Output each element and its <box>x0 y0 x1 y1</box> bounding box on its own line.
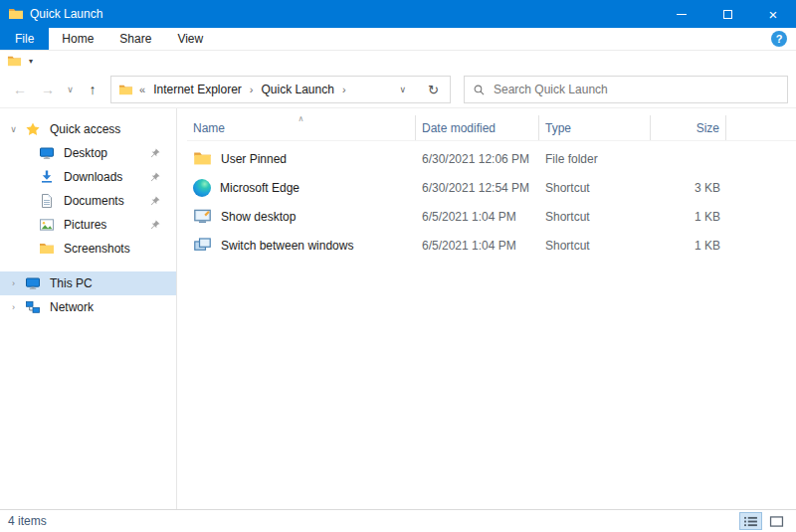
column-label: Date modified <box>422 121 496 135</box>
close-button[interactable]: × <box>750 0 796 28</box>
search-box[interactable] <box>464 76 788 103</box>
file-name: User Pinned <box>221 152 287 166</box>
table-row[interactable]: User Pinned 6/30/2021 12:06 PM File fold… <box>187 144 796 173</box>
status-bar: 4 items <box>0 509 796 532</box>
file-name: Microsoft Edge <box>220 181 299 195</box>
folder-icon[interactable] <box>7 54 22 69</box>
refresh-icon[interactable]: ↻ <box>419 83 448 97</box>
up-button[interactable]: ↑ <box>79 77 106 102</box>
table-row[interactable]: Switch between windows 6/5/2021 1:04 PM … <box>187 231 796 260</box>
column-header-name[interactable]: ∧ Name <box>187 115 416 140</box>
minimize-icon <box>677 14 687 15</box>
tab-home[interactable]: Home <box>49 28 106 50</box>
pin-icon <box>148 219 161 232</box>
sidebar-item-this-pc[interactable]: › This PC <box>0 271 176 295</box>
file-type: Shortcut <box>539 210 651 224</box>
ribbon-tab-bar: File Home Share View ? <box>0 28 796 51</box>
toolbar-dropdown-icon[interactable]: ▾ <box>29 57 33 66</box>
column-header-type[interactable]: Type <box>539 115 651 140</box>
folder-icon <box>118 83 133 97</box>
table-row[interactable]: Show desktop 6/5/2021 1:04 PM Shortcut 1… <box>187 202 796 231</box>
tab-view[interactable]: View <box>164 28 216 50</box>
chevron-down-icon: ∨ <box>67 85 74 94</box>
file-date-modified: 6/5/2021 1:04 PM <box>416 239 539 253</box>
forward-icon: → <box>41 82 55 97</box>
column-label: Size <box>696 121 719 135</box>
search-input[interactable] <box>494 83 779 96</box>
title-bar: Quick Launch × <box>0 0 796 28</box>
file-date-modified: 6/5/2021 1:04 PM <box>416 210 539 224</box>
help-button[interactable]: ? <box>771 31 787 47</box>
chevron-down-icon[interactable]: ∨ <box>8 124 19 134</box>
chevron-right-icon[interactable]: › <box>8 302 19 312</box>
forward-button[interactable]: → <box>34 77 62 102</box>
pin-icon <box>148 195 161 208</box>
breadcrumb-separator-icon[interactable]: › <box>249 84 255 95</box>
column-header-date-modified[interactable]: Date modified <box>416 115 539 140</box>
quick-access-toolbar: ▾ <box>0 51 796 72</box>
view-toggles <box>739 512 788 530</box>
sidebar-item-screenshots[interactable]: Screenshots <box>0 237 176 261</box>
pin-icon <box>148 171 161 184</box>
file-type: File folder <box>539 152 651 166</box>
sidebar-item-label: Pictures <box>64 218 106 232</box>
column-header-size[interactable]: Size <box>651 115 726 140</box>
breadcrumb-segment[interactable]: Quick Launch <box>260 83 336 96</box>
window-body: ∨ Quick access Desktop Downloa <box>0 108 796 509</box>
back-icon: ← <box>13 82 27 97</box>
up-icon: ↑ <box>90 82 97 97</box>
sidebar-item-network[interactable]: › Network <box>0 295 176 319</box>
breadcrumb-segment[interactable]: Internet Explorer <box>151 83 244 96</box>
chevron-right-icon[interactable]: › <box>8 278 19 288</box>
sidebar-item-label: Quick access <box>50 122 120 136</box>
sidebar-item-label: This PC <box>50 276 93 290</box>
sidebar-item-label: Network <box>50 300 94 314</box>
maximize-button[interactable] <box>704 0 750 28</box>
sidebar-item-quick-access[interactable]: ∨ Quick access <box>0 117 176 141</box>
file-rows: User Pinned 6/30/2021 12:06 PM File fold… <box>187 144 796 260</box>
sidebar-item-pictures[interactable]: Pictures <box>0 213 176 237</box>
sort-ascending-icon: ∧ <box>298 114 304 123</box>
breadcrumb-overflow[interactable]: « <box>138 84 146 95</box>
file-type: Shortcut <box>539 239 651 253</box>
pin-icon <box>148 147 161 160</box>
address-dropdown-icon[interactable]: ∨ <box>392 85 415 94</box>
file-type: Shortcut <box>539 181 651 195</box>
sidebar-item-desktop[interactable]: Desktop <box>0 141 176 165</box>
file-name: Switch between windows <box>221 239 353 253</box>
microsoft-edge-icon <box>193 179 211 197</box>
back-button[interactable]: ← <box>6 77 34 102</box>
column-label: Name <box>193 121 225 135</box>
tab-label: File <box>15 32 34 46</box>
documents-icon <box>39 193 55 209</box>
pictures-icon <box>39 217 55 233</box>
tab-file[interactable]: File <box>0 28 49 50</box>
sidebar-item-label: Desktop <box>64 146 107 160</box>
sidebar-item-downloads[interactable]: Downloads <box>0 165 176 189</box>
folder-icon <box>193 149 212 168</box>
breadcrumb-separator-icon[interactable]: › <box>341 84 347 95</box>
address-bar[interactable]: « Internet Explorer › Quick Launch › ∨ ↻ <box>110 76 451 103</box>
thumbnails-view-button[interactable] <box>765 512 788 530</box>
recent-locations-button[interactable]: ∨ <box>62 77 79 102</box>
file-name: Show desktop <box>221 210 296 224</box>
thumbnails-view-icon <box>769 516 784 527</box>
tab-label: View <box>177 32 203 46</box>
file-size: 1 KB <box>651 210 726 224</box>
sidebar-item-documents[interactable]: Documents <box>0 189 176 213</box>
close-icon: × <box>769 7 778 22</box>
maximize-icon <box>723 10 732 19</box>
window-title: Quick Launch <box>30 7 102 21</box>
column-header-row: ∧ Name Date modified Type Size <box>187 115 796 141</box>
search-icon <box>473 84 486 96</box>
navigation-bar: ← → ∨ ↑ « Internet Explorer › Quick Laun… <box>0 72 796 108</box>
file-size: 1 KB <box>651 239 726 253</box>
details-view-button[interactable] <box>739 512 762 530</box>
table-row[interactable]: Microsoft Edge 6/30/2021 12:54 PM Shortc… <box>187 173 796 202</box>
downloads-icon <box>39 169 55 185</box>
tab-share[interactable]: Share <box>106 28 164 50</box>
minimize-button[interactable] <box>659 0 704 28</box>
help-icon: ? <box>776 33 783 45</box>
quick-access-star-icon <box>25 121 41 137</box>
show-desktop-icon <box>193 207 212 226</box>
